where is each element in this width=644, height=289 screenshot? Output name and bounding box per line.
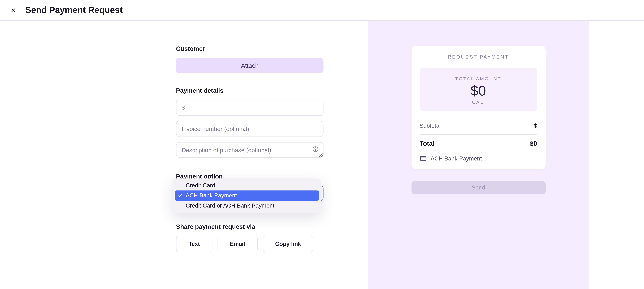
close-icon xyxy=(10,7,16,14)
help-icon[interactable] xyxy=(312,146,319,153)
total-row: Total $0 xyxy=(420,135,537,152)
payment-details-section-label: Payment details xyxy=(176,87,324,94)
total-amount-box: TOTAL AMOUNT $0 CAD xyxy=(420,68,537,111)
grand-total-value: $0 xyxy=(530,140,537,147)
share-text-button[interactable]: Text xyxy=(176,236,212,252)
grand-total-label: Total xyxy=(420,140,434,147)
summary-pane: REQUEST PAYMENT TOTAL AMOUNT $0 CAD Subt… xyxy=(368,21,589,289)
share-copy-link-button[interactable]: Copy link xyxy=(263,236,314,252)
payment-option-dropdown: Credit Card ACH Bank Payment Credit C xyxy=(173,179,321,213)
subtotal-value: $ xyxy=(534,123,537,129)
close-button[interactable] xyxy=(8,5,18,15)
card-icon xyxy=(420,155,426,162)
summary-eyebrow: REQUEST PAYMENT xyxy=(420,54,537,60)
share-email-button[interactable]: Email xyxy=(218,236,258,252)
send-button[interactable]: Send xyxy=(411,181,545,194)
subtotal-row: Subtotal $ xyxy=(420,118,537,135)
description-input[interactable] xyxy=(176,142,324,158)
total-amount-value: $0 xyxy=(424,83,532,99)
option-label: Credit Card or ACH Bank Payment xyxy=(186,202,274,209)
page-header: Send Payment Request xyxy=(0,0,644,21)
option-label: Credit Card xyxy=(186,182,215,189)
option-ach-bank-payment[interactable]: ACH Bank Payment xyxy=(175,190,319,201)
total-amount-label: TOTAL AMOUNT xyxy=(424,76,532,81)
option-credit-or-ach[interactable]: Credit Card or ACH Bank Payment xyxy=(175,201,319,211)
payment-method-row: ACH Bank Payment xyxy=(420,152,537,162)
attach-customer-button[interactable]: Attach xyxy=(176,58,324,73)
subtotal-label: Subtotal xyxy=(420,123,440,129)
share-section-label: Share payment request via xyxy=(176,223,324,230)
option-label: ACH Bank Payment xyxy=(186,192,237,199)
currency-label: CAD xyxy=(424,100,532,105)
amount-input[interactable] xyxy=(176,100,324,116)
check-icon xyxy=(177,193,182,198)
option-credit-card[interactable]: Credit Card xyxy=(175,180,319,190)
summary-card: REQUEST PAYMENT TOTAL AMOUNT $0 CAD Subt… xyxy=(411,46,545,169)
payment-method-label: ACH Bank Payment xyxy=(430,155,482,162)
svg-point-1 xyxy=(315,150,316,151)
svg-rect-2 xyxy=(420,156,426,160)
customer-section-label: Customer xyxy=(176,45,324,52)
invoice-number-input[interactable] xyxy=(176,121,324,137)
page-title: Send Payment Request xyxy=(25,5,123,15)
